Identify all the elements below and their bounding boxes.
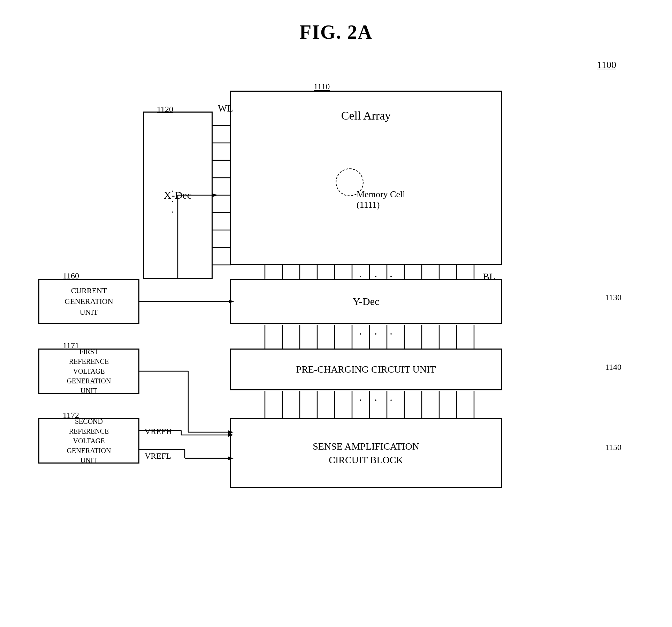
diagram-container: 1100 Cell Array Memory Cell (1111) 1110 … <box>28 49 644 613</box>
ref-1120: 1120 <box>157 105 173 114</box>
block-ydec: Y-Dec <box>230 279 502 324</box>
precharge-label: PRE-CHARGING CIRCUIT UNIT <box>296 364 436 375</box>
cell-array-label: Cell Array <box>341 109 391 122</box>
block-ref2: SECOND REFERENCE VOLTAGEGENERATION UNIT <box>38 418 139 464</box>
ref-1150: 1150 <box>605 443 621 452</box>
ref-1100: 1100 <box>597 59 616 70</box>
ydec-label: Y-Dec <box>353 296 380 307</box>
xdec-label: X-Dec <box>164 189 192 201</box>
ref2-label: SECOND REFERENCE VOLTAGEGENERATION UNIT <box>64 416 114 465</box>
lower-dots: · · · <box>359 394 397 407</box>
current-gen-label: CURRENTGENERATION UNIT <box>64 285 114 318</box>
vrefl-label: VREFL <box>145 451 171 461</box>
ref-1172: 1172 <box>63 411 79 420</box>
memory-cell-label: Memory Cell <box>357 189 405 200</box>
block-sense: SENSE AMPLIFICATIONCIRCUIT BLOCK <box>230 418 502 488</box>
block-ref1: FIRST REFERENCE VOLTAGEGENERATION UNIT <box>38 349 139 394</box>
mid-dots: · · · <box>359 328 397 341</box>
block-precharge: PRE-CHARGING CIRCUIT UNIT <box>230 349 502 390</box>
block-current-gen: CURRENTGENERATION UNIT <box>38 279 139 324</box>
block-cell-array: Cell Array Memory Cell (1111) <box>230 91 502 265</box>
ref-1140: 1140 <box>605 362 621 372</box>
memory-cell-id: (1111) <box>357 200 380 210</box>
wl-label: WL <box>218 103 233 114</box>
ref-1160: 1160 <box>63 271 79 281</box>
ref-1110: 1110 <box>314 82 330 91</box>
sense-label: SENSE AMPLIFICATIONCIRCUIT BLOCK <box>313 439 419 467</box>
vrefh-label: VREFH <box>145 427 172 436</box>
ref-1130: 1130 <box>605 293 621 302</box>
svg-marker-50 <box>213 193 218 197</box>
figure-title: FIG. 2A <box>0 0 672 43</box>
block-xdec: X-Dec <box>143 112 213 279</box>
ref-1171: 1171 <box>63 341 79 350</box>
ref1-label: FIRST REFERENCE VOLTAGEGENERATION UNIT <box>64 347 114 396</box>
